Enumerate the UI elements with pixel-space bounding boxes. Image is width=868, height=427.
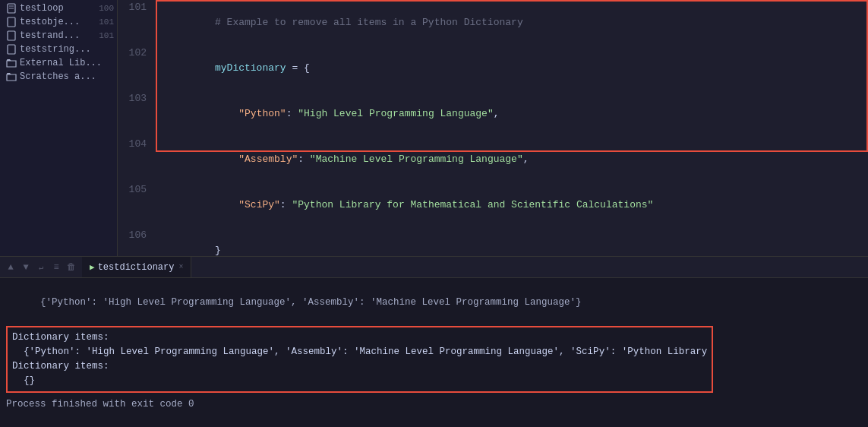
folder-icon xyxy=(6,58,17,68)
sidebar-item-scratches[interactable]: Scratches a... xyxy=(0,70,117,84)
key-scipy: "SciPy" xyxy=(238,199,280,210)
comment-token: # Example to remove all items in a Pytho… xyxy=(215,17,523,28)
code-line-102: 102 myDictionary = { xyxy=(118,46,868,91)
line-content-101: # Example to remove all items in a Pytho… xyxy=(156,0,868,46)
code-lines: 101 # Example to remove all items in a P… xyxy=(118,0,868,256)
line-content-104: "Assembly": "Machine Level Programming L… xyxy=(156,137,868,182)
sidebar-item-label6: Scratches a... xyxy=(20,71,96,82)
line-content-105: "SciPy": "Python Library for Mathematica… xyxy=(156,182,868,228)
sidebar: testloop 100 testobje... 101 testrand...… xyxy=(0,0,118,256)
panel-tabs: ▲ ▼ ↵ ≡ 🗑 ▶ testdictionary × xyxy=(0,257,868,278)
code-line-103: 103 "Python": "High Level Programming La… xyxy=(118,91,868,137)
wrap-btn[interactable]: ↵ xyxy=(35,261,47,274)
sidebar-item-label: testloop xyxy=(20,3,64,14)
sidebar-item-testloop[interactable]: testloop 100 xyxy=(0,2,117,15)
sidebar-item-testobje[interactable]: testobje... 101 xyxy=(0,15,117,29)
run-icon: ▶ xyxy=(90,262,95,272)
tab-close-btn[interactable]: × xyxy=(178,263,183,271)
output-highlight-box: Dictionary items: {'Python': 'High Level… xyxy=(6,326,713,393)
editor-area: testloop 100 testobje... 101 testrand...… xyxy=(0,0,868,256)
file-icon4 xyxy=(6,44,17,55)
code-line-106: 106 } xyxy=(118,228,868,256)
sidebar-item-label3: testrand... xyxy=(20,30,80,41)
output-line-2: Dictionary items: xyxy=(12,331,707,345)
svg-rect-4 xyxy=(8,31,15,40)
sidebar-item-label4: teststring... xyxy=(20,44,91,55)
sidebar-item-label5: External Lib... xyxy=(20,58,102,68)
line-number-106: 106 xyxy=(118,228,156,243)
sidebar-item-external-lib[interactable]: External Lib... xyxy=(0,56,117,70)
panel-output: {'Python': 'High Level Programming Langu… xyxy=(0,278,868,427)
output-line-1: {'Python': 'High Level Programming Langu… xyxy=(6,281,862,324)
line-content-103: "Python": "High Level Programming Langua… xyxy=(156,91,868,137)
process-line: Process finished with exit code 0 xyxy=(6,397,862,412)
code-line-105: 105 "SciPy": "Python Library for Mathema… xyxy=(118,182,868,228)
val-mlpl: "Machine Level Programming Language" xyxy=(310,153,523,165)
code-editor[interactable]: 101 # Example to remove all items in a P… xyxy=(118,0,868,256)
code-line-101: 101 # Example to remove all items in a P… xyxy=(118,0,868,46)
trash-btn[interactable]: 🗑 xyxy=(65,261,77,274)
val-hlpl: "High Level Programming Language" xyxy=(298,108,493,119)
line-number-103: 103 xyxy=(118,91,156,106)
val-scipy: "Python Library for Mathematical and Sci… xyxy=(292,199,653,210)
file-icon2 xyxy=(6,17,17,27)
svg-rect-3 xyxy=(8,17,15,27)
scroll-down-btn[interactable]: ▼ xyxy=(20,261,32,274)
sidebar-item-teststring[interactable]: teststring... xyxy=(0,43,117,56)
sidebar-item-label2: testobje... xyxy=(20,17,80,27)
line-number-105: 105 xyxy=(118,182,156,198)
var-token-mydict: myDictionary xyxy=(215,62,286,74)
file-icon3 xyxy=(6,30,17,41)
line-content-106: } xyxy=(156,228,868,256)
sidebar-linenum3: 101 xyxy=(99,31,114,40)
panel-tab-label: testdictionary xyxy=(98,262,175,273)
line-content-102: myDictionary = { xyxy=(156,46,868,91)
output-line-4: Dictionary items: xyxy=(12,359,707,374)
file-icon xyxy=(6,3,17,14)
sidebar-item-testrand[interactable]: testrand... 101 xyxy=(0,29,117,43)
key-assembly: "Assembly" xyxy=(238,153,298,165)
sidebar-item-linenum: 100 xyxy=(99,4,114,13)
filter-btn[interactable]: ≡ xyxy=(50,261,62,274)
line-number-104: 104 xyxy=(118,137,156,152)
folder-icon2 xyxy=(6,71,17,82)
line-number-101: 101 xyxy=(118,0,156,15)
svg-rect-5 xyxy=(8,45,15,54)
key-python: "Python" xyxy=(238,108,286,119)
bottom-panel: ▲ ▼ ↵ ≡ 🗑 ▶ testdictionary × {'Python': … xyxy=(0,256,868,427)
panel-controls: ▲ ▼ ↵ ≡ 🗑 xyxy=(0,261,82,274)
output-line-5: {} xyxy=(12,374,707,388)
code-line-104: 104 "Assembly": "Machine Level Programmi… xyxy=(118,137,868,182)
line-number-102: 102 xyxy=(118,46,156,61)
scroll-up-btn[interactable]: ▲ xyxy=(5,261,17,274)
punct-token: = { xyxy=(286,62,310,74)
panel-tab-testdictionary[interactable]: ▶ testdictionary × xyxy=(82,257,191,277)
output-line-3: {'Python': 'High Level Programming Langu… xyxy=(12,345,707,359)
sidebar-linenum2: 101 xyxy=(99,17,114,27)
